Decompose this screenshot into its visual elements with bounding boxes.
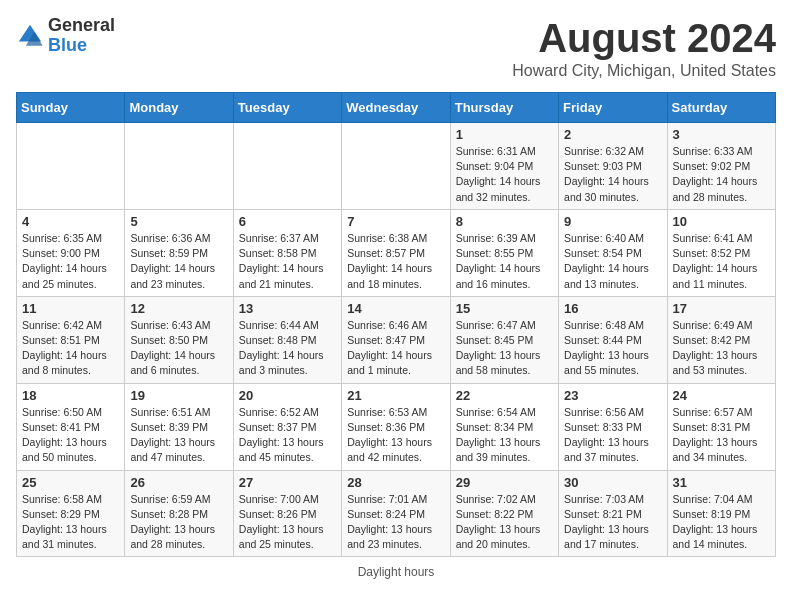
header-monday: Monday <box>125 93 233 123</box>
day-info: Sunrise: 6:31 AM Sunset: 9:04 PM Dayligh… <box>456 144 553 205</box>
day-cell: 3Sunrise: 6:33 AM Sunset: 9:02 PM Daylig… <box>667 123 775 210</box>
day-cell: 2Sunrise: 6:32 AM Sunset: 9:03 PM Daylig… <box>559 123 667 210</box>
day-number: 16 <box>564 301 661 316</box>
logo-general-text: General <box>48 16 115 36</box>
day-number: 20 <box>239 388 336 403</box>
logo-text: General Blue <box>48 16 115 56</box>
day-info: Sunrise: 6:51 AM Sunset: 8:39 PM Dayligh… <box>130 405 227 466</box>
day-info: Sunrise: 6:33 AM Sunset: 9:02 PM Dayligh… <box>673 144 770 205</box>
day-number: 30 <box>564 475 661 490</box>
week-row-1: 1Sunrise: 6:31 AM Sunset: 9:04 PM Daylig… <box>17 123 776 210</box>
day-cell: 12Sunrise: 6:43 AM Sunset: 8:50 PM Dayli… <box>125 296 233 383</box>
day-cell: 1Sunrise: 6:31 AM Sunset: 9:04 PM Daylig… <box>450 123 558 210</box>
header-wednesday: Wednesday <box>342 93 450 123</box>
week-row-4: 18Sunrise: 6:50 AM Sunset: 8:41 PM Dayli… <box>17 383 776 470</box>
day-number: 6 <box>239 214 336 229</box>
week-row-2: 4Sunrise: 6:35 AM Sunset: 9:00 PM Daylig… <box>17 209 776 296</box>
day-info: Sunrise: 6:43 AM Sunset: 8:50 PM Dayligh… <box>130 318 227 379</box>
day-number: 24 <box>673 388 770 403</box>
day-number: 23 <box>564 388 661 403</box>
day-cell: 17Sunrise: 6:49 AM Sunset: 8:42 PM Dayli… <box>667 296 775 383</box>
day-number: 26 <box>130 475 227 490</box>
day-info: Sunrise: 6:53 AM Sunset: 8:36 PM Dayligh… <box>347 405 444 466</box>
day-cell: 18Sunrise: 6:50 AM Sunset: 8:41 PM Dayli… <box>17 383 125 470</box>
day-info: Sunrise: 6:37 AM Sunset: 8:58 PM Dayligh… <box>239 231 336 292</box>
header-thursday: Thursday <box>450 93 558 123</box>
day-cell <box>233 123 341 210</box>
day-cell: 27Sunrise: 7:00 AM Sunset: 8:26 PM Dayli… <box>233 470 341 557</box>
day-number: 2 <box>564 127 661 142</box>
day-number: 10 <box>673 214 770 229</box>
day-info: Sunrise: 6:35 AM Sunset: 9:00 PM Dayligh… <box>22 231 119 292</box>
day-info: Sunrise: 6:42 AM Sunset: 8:51 PM Dayligh… <box>22 318 119 379</box>
day-cell: 23Sunrise: 6:56 AM Sunset: 8:33 PM Dayli… <box>559 383 667 470</box>
footer-note: Daylight hours <box>16 565 776 579</box>
day-cell: 28Sunrise: 7:01 AM Sunset: 8:24 PM Dayli… <box>342 470 450 557</box>
day-cell: 25Sunrise: 6:58 AM Sunset: 8:29 PM Dayli… <box>17 470 125 557</box>
day-number: 29 <box>456 475 553 490</box>
header-tuesday: Tuesday <box>233 93 341 123</box>
day-cell: 7Sunrise: 6:38 AM Sunset: 8:57 PM Daylig… <box>342 209 450 296</box>
day-cell: 15Sunrise: 6:47 AM Sunset: 8:45 PM Dayli… <box>450 296 558 383</box>
day-info: Sunrise: 6:47 AM Sunset: 8:45 PM Dayligh… <box>456 318 553 379</box>
day-number: 27 <box>239 475 336 490</box>
day-number: 1 <box>456 127 553 142</box>
day-info: Sunrise: 7:03 AM Sunset: 8:21 PM Dayligh… <box>564 492 661 553</box>
day-info: Sunrise: 6:57 AM Sunset: 8:31 PM Dayligh… <box>673 405 770 466</box>
logo-blue-text: Blue <box>48 36 115 56</box>
week-row-5: 25Sunrise: 6:58 AM Sunset: 8:29 PM Dayli… <box>17 470 776 557</box>
title-block: August 2024 Howard City, Michigan, Unite… <box>512 16 776 80</box>
day-cell: 20Sunrise: 6:52 AM Sunset: 8:37 PM Dayli… <box>233 383 341 470</box>
day-cell: 21Sunrise: 6:53 AM Sunset: 8:36 PM Dayli… <box>342 383 450 470</box>
calendar-subtitle: Howard City, Michigan, United States <box>512 62 776 80</box>
day-number: 12 <box>130 301 227 316</box>
day-number: 15 <box>456 301 553 316</box>
day-number: 25 <box>22 475 119 490</box>
day-info: Sunrise: 6:46 AM Sunset: 8:47 PM Dayligh… <box>347 318 444 379</box>
day-number: 3 <box>673 127 770 142</box>
day-cell: 8Sunrise: 6:39 AM Sunset: 8:55 PM Daylig… <box>450 209 558 296</box>
day-info: Sunrise: 6:44 AM Sunset: 8:48 PM Dayligh… <box>239 318 336 379</box>
day-cell: 5Sunrise: 6:36 AM Sunset: 8:59 PM Daylig… <box>125 209 233 296</box>
day-info: Sunrise: 6:41 AM Sunset: 8:52 PM Dayligh… <box>673 231 770 292</box>
header-saturday: Saturday <box>667 93 775 123</box>
day-info: Sunrise: 6:58 AM Sunset: 8:29 PM Dayligh… <box>22 492 119 553</box>
day-cell: 14Sunrise: 6:46 AM Sunset: 8:47 PM Dayli… <box>342 296 450 383</box>
day-number: 21 <box>347 388 444 403</box>
calendar-title: August 2024 <box>512 16 776 60</box>
day-number: 17 <box>673 301 770 316</box>
day-cell: 24Sunrise: 6:57 AM Sunset: 8:31 PM Dayli… <box>667 383 775 470</box>
day-info: Sunrise: 6:40 AM Sunset: 8:54 PM Dayligh… <box>564 231 661 292</box>
day-cell: 4Sunrise: 6:35 AM Sunset: 9:00 PM Daylig… <box>17 209 125 296</box>
page-header: General Blue August 2024 Howard City, Mi… <box>16 16 776 80</box>
day-number: 18 <box>22 388 119 403</box>
logo: General Blue <box>16 16 115 56</box>
day-number: 11 <box>22 301 119 316</box>
calendar-header: SundayMondayTuesdayWednesdayThursdayFrid… <box>17 93 776 123</box>
day-number: 4 <box>22 214 119 229</box>
day-number: 28 <box>347 475 444 490</box>
header-friday: Friday <box>559 93 667 123</box>
day-cell: 22Sunrise: 6:54 AM Sunset: 8:34 PM Dayli… <box>450 383 558 470</box>
day-info: Sunrise: 6:49 AM Sunset: 8:42 PM Dayligh… <box>673 318 770 379</box>
header-row: SundayMondayTuesdayWednesdayThursdayFrid… <box>17 93 776 123</box>
day-info: Sunrise: 7:02 AM Sunset: 8:22 PM Dayligh… <box>456 492 553 553</box>
day-cell: 6Sunrise: 6:37 AM Sunset: 8:58 PM Daylig… <box>233 209 341 296</box>
day-info: Sunrise: 6:48 AM Sunset: 8:44 PM Dayligh… <box>564 318 661 379</box>
day-number: 22 <box>456 388 553 403</box>
day-cell: 13Sunrise: 6:44 AM Sunset: 8:48 PM Dayli… <box>233 296 341 383</box>
day-info: Sunrise: 6:56 AM Sunset: 8:33 PM Dayligh… <box>564 405 661 466</box>
day-number: 7 <box>347 214 444 229</box>
header-sunday: Sunday <box>17 93 125 123</box>
day-info: Sunrise: 7:00 AM Sunset: 8:26 PM Dayligh… <box>239 492 336 553</box>
day-number: 13 <box>239 301 336 316</box>
day-info: Sunrise: 7:01 AM Sunset: 8:24 PM Dayligh… <box>347 492 444 553</box>
day-cell <box>342 123 450 210</box>
week-row-3: 11Sunrise: 6:42 AM Sunset: 8:51 PM Dayli… <box>17 296 776 383</box>
day-cell: 9Sunrise: 6:40 AM Sunset: 8:54 PM Daylig… <box>559 209 667 296</box>
day-cell: 10Sunrise: 6:41 AM Sunset: 8:52 PM Dayli… <box>667 209 775 296</box>
day-cell: 16Sunrise: 6:48 AM Sunset: 8:44 PM Dayli… <box>559 296 667 383</box>
day-number: 5 <box>130 214 227 229</box>
day-info: Sunrise: 6:59 AM Sunset: 8:28 PM Dayligh… <box>130 492 227 553</box>
day-info: Sunrise: 6:36 AM Sunset: 8:59 PM Dayligh… <box>130 231 227 292</box>
